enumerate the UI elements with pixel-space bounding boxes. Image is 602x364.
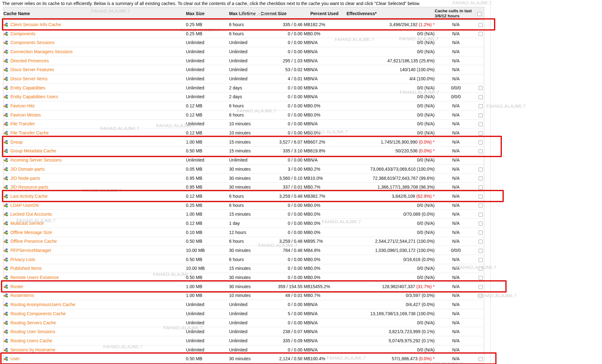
cache-name-link[interactable]: File Transfer Cache — [10, 130, 49, 135]
clear-cache-checkbox[interactable] — [479, 213, 483, 217]
percent-used-cell: N/A — [310, 74, 347, 83]
clear-cache-checkbox[interactable] — [479, 140, 483, 145]
cache-name-link[interactable]: Routing Components Cache — [10, 311, 66, 316]
cache-name-link[interactable]: Entity Capabilities — [10, 85, 45, 90]
table-row: Group Metadata Cache 0.50 MB 15 minutes … — [3, 146, 484, 156]
percent-used-cell: 10.0% — [310, 173, 347, 183]
clear-cache-checkbox[interactable] — [479, 185, 483, 190]
clear-cache-checkbox[interactable] — [479, 86, 483, 90]
checkbox-cell — [477, 246, 484, 255]
clear-cache-checkbox[interactable] — [479, 104, 483, 108]
percent-used-cell: 0.0% — [310, 29, 347, 38]
cache-name-link[interactable]: LDAP UserDN — [10, 203, 39, 208]
effectiveness-cell: 5,074/9,975,292 (0.1%) — [347, 336, 435, 345]
cache-name-link[interactable]: Routing Users Cache — [10, 338, 52, 343]
cache-name-link[interactable]: PEPServiceManager — [10, 248, 51, 253]
cache-name-link[interactable]: Components Sessions — [10, 40, 54, 45]
effectiveness-cell: 0/70,089 (0.0%) — [347, 210, 435, 219]
clear-cache-checkbox[interactable] — [479, 149, 483, 153]
select-all-checkbox[interactable] — [477, 12, 481, 16]
cache-name-link[interactable]: Incoming Server Sessions — [10, 157, 62, 162]
cache-culls-cell: N/A — [435, 228, 477, 237]
max-size-cell: 0.25 MB — [186, 201, 229, 210]
cache-name-link[interactable]: JID Resource-parts — [10, 185, 48, 190]
cache-name-link[interactable]: User — [10, 356, 20, 361]
clear-cache-checkbox[interactable] — [479, 240, 483, 244]
table-row: Multicast Service 0.12 MB 1 day 0 / 0.00… — [3, 219, 484, 228]
cache-name-link[interactable]: Routing Servers Cache — [10, 320, 56, 325]
cache-name-link[interactable]: Connection Managers Sessions — [10, 49, 73, 54]
clear-cache-checkbox[interactable] — [479, 203, 483, 208]
max-size-cell: Unlimited — [186, 309, 229, 318]
cache-name-link[interactable]: Last Activity Cache — [10, 194, 48, 199]
cache-name-link[interactable]: RosterItems — [10, 293, 34, 298]
clear-cache-checkbox[interactable] — [479, 267, 483, 271]
cache-name-link[interactable]: Routing AnonymousUsers Cache — [10, 302, 75, 307]
clear-cache-checkbox[interactable] — [479, 285, 483, 289]
clear-cache-checkbox[interactable] — [479, 168, 483, 172]
cache-icon — [3, 320, 9, 325]
cache-icon — [3, 67, 9, 72]
table-row: Components Sessions Unlimited Unlimited … — [3, 38, 484, 47]
clear-cache-checkbox[interactable] — [479, 357, 483, 361]
percent-used-cell: N/A — [310, 309, 347, 318]
cache-name-link[interactable]: Entity Capabilities Users — [10, 94, 58, 99]
max-lifetime-cell: 30 minutes — [229, 246, 261, 255]
cache-name-link[interactable]: Favicon Hits — [10, 103, 35, 108]
cache-name-link[interactable]: Roster — [10, 284, 23, 289]
max-lifetime-cell: 30 minutes — [229, 183, 261, 192]
cache-name-link[interactable]: Offline Presence Cache — [10, 239, 57, 244]
checkbox-cell — [477, 210, 484, 219]
cache-name-link[interactable]: Group — [10, 139, 23, 145]
cache-name-link[interactable]: Group Metadata Cache — [10, 148, 56, 153]
cache-name-link[interactable]: JID Node-parts — [10, 176, 40, 181]
cache-name-link[interactable]: JID Domain-parts — [10, 167, 45, 172]
clear-cache-checkbox[interactable] — [479, 249, 483, 253]
clear-cache-checkbox[interactable] — [479, 131, 483, 135]
content-divider — [490, 3, 491, 364]
clear-cache-checkbox[interactable] — [479, 258, 483, 262]
cache-name-link[interactable]: Routing User Sessions — [10, 329, 55, 334]
table-row: LDAP UserDN 0.25 MB 6 hours 0 / 0.00 MB … — [3, 201, 484, 210]
max-size-cell: 0.25 MB — [186, 29, 229, 38]
current-size-cell: 0 / 0.00 MB — [261, 264, 310, 273]
cache-name-link[interactable]: Directed Presences — [10, 58, 49, 63]
cache-name-link[interactable]: Published Items — [10, 266, 42, 271]
clear-cache-checkbox[interactable] — [479, 230, 483, 235]
max-lifetime-cell: 30 minutes — [229, 173, 261, 183]
cache-name-link[interactable]: Multicast Service — [10, 221, 44, 226]
clear-cache-checkbox[interactable] — [479, 23, 483, 27]
table-row: Routing Components Cache Unlimited Unlim… — [3, 309, 484, 318]
cache-name-cell: Routing Users Cache — [3, 336, 186, 345]
cache-name-link[interactable]: File Transfer — [10, 121, 35, 126]
cache-name-link[interactable]: Disco Server Items — [10, 76, 48, 81]
cache-name-link[interactable]: Components — [10, 31, 35, 36]
clear-cache-checkbox[interactable] — [479, 113, 483, 117]
cache-name-link[interactable]: Remote Users Existence — [10, 275, 59, 280]
current-size-cell: 3,259 / 0.48 MB — [261, 192, 310, 201]
cache-name-link[interactable]: Favicon Misses — [10, 112, 41, 117]
clear-cache-checkbox[interactable] — [479, 122, 483, 126]
clear-cache-checkbox[interactable] — [479, 95, 483, 99]
cache-name-link[interactable]: Sessions by Hostname — [10, 347, 55, 352]
clear-cache-checkbox[interactable] — [479, 276, 483, 280]
effectiveness-value: 0/0 — [417, 94, 423, 99]
max-lifetime-cell: Unlimited — [229, 309, 261, 318]
cache-name-link[interactable]: Locked Out Accounts — [10, 212, 52, 217]
cache-name-link[interactable]: Offline Message Size — [10, 230, 52, 235]
clear-cache-checkbox[interactable] — [479, 176, 483, 180]
clear-cache-checkbox[interactable] — [479, 294, 483, 298]
table-row: JID Resource-parts 0.95 MB 30 minutes 33… — [3, 183, 484, 192]
clear-cache-checkbox[interactable] — [479, 222, 483, 226]
percent-used-cell: N/A — [310, 300, 347, 309]
cache-name-link[interactable]: Client Session Info Cache — [10, 22, 61, 27]
effectiveness-cell: 0/0 (N/A) — [347, 38, 435, 47]
current-size-cell: 0 / 0.00 MB — [261, 29, 310, 38]
cache-name-link[interactable]: Privacy Lists — [10, 257, 35, 262]
clear-cache-checkbox[interactable] — [479, 32, 483, 36]
max-size-cell: 0.50 MB — [186, 146, 229, 156]
cache-name-link[interactable]: Disco Server Features — [10, 67, 54, 72]
col-header-max-size: Max Size — [186, 7, 229, 20]
clear-cache-checkbox[interactable] — [479, 195, 483, 199]
checkbox-cell — [477, 165, 484, 174]
